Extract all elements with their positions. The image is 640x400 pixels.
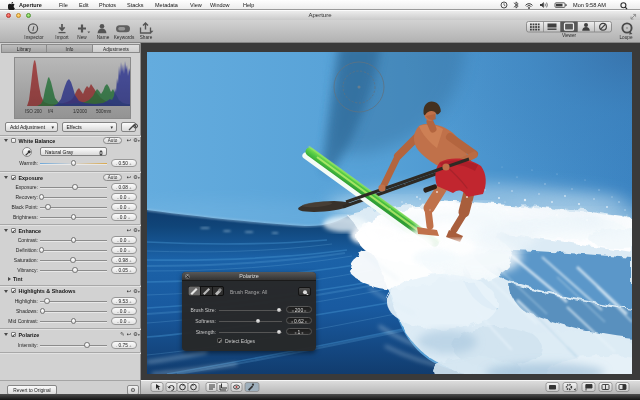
svg-text:i: i bbox=[32, 24, 35, 33]
